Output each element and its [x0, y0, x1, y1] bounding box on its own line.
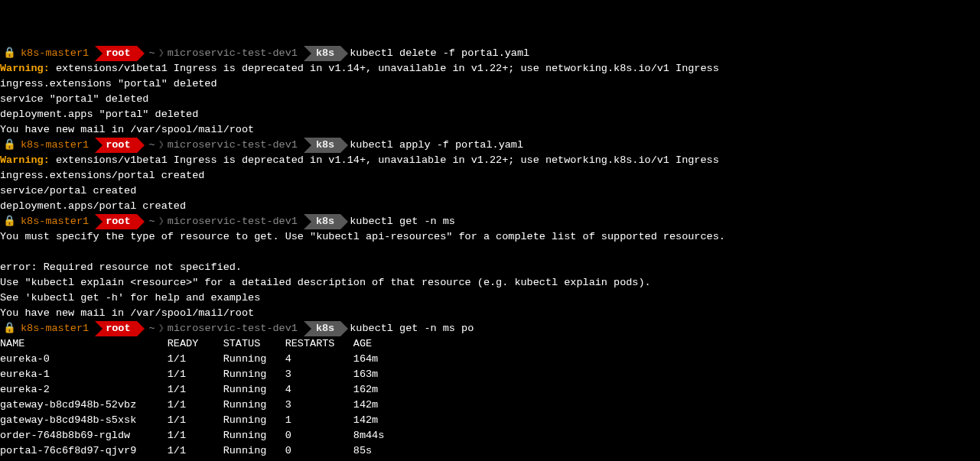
prompt-path: microservic-test-dev1	[168, 46, 298, 61]
table-row: portal-76c6f8d97-qjvr9 1/1 Running 0 85s	[0, 443, 980, 459]
output-line: deployment.apps/portal created	[0, 199, 980, 214]
output-line: service "portal" deleted	[0, 92, 980, 107]
prompt-user: root	[106, 214, 130, 229]
output-line: ingress.extensions "portal" deleted	[0, 76, 980, 92]
command-input[interactable]: kubectl get -n ms	[348, 216, 455, 227]
prompt-user: root	[106, 138, 130, 153]
prompt-subdir: k8s	[316, 46, 334, 61]
prompt-home: ~	[149, 46, 155, 61]
table-row: gateway-b8cd948b-52vbz 1/1 Running 3 142…	[0, 398, 980, 413]
output-line: Use "kubectl explain <resource>" for a d…	[0, 275, 980, 291]
prompt-host: k8s-master1	[21, 214, 89, 229]
output-line: You have new mail in /var/spool/mail/roo…	[0, 306, 980, 321]
prompt-home: ~	[149, 321, 155, 336]
prompt-path: microservic-test-dev1	[168, 214, 298, 229]
output-line: You have new mail in /var/spool/mail/roo…	[0, 122, 980, 138]
output-line: ingress.extensions/portal created	[0, 168, 980, 183]
output-line: error: Required resource not specified.	[0, 260, 980, 275]
command-input[interactable]: kubectl apply -f portal.yaml	[348, 139, 523, 151]
warning-label: Warning:	[0, 63, 50, 74]
lock-icon: 🔒	[3, 138, 16, 153]
lock-icon: 🔒	[3, 46, 16, 61]
table-row: order-7648b8b69-rgldw 1/1 Running 0 8m44…	[0, 428, 980, 443]
shell-prompt: 🔒k8s-master1root~❯microservic-test-dev1k…	[0, 138, 348, 153]
prompt-host: k8s-master1	[21, 138, 89, 153]
output-line: See 'kubectl get -h' for help and exampl…	[0, 291, 980, 306]
warning-text: extensions/v1beta1 Ingress is deprecated…	[50, 63, 719, 74]
lock-icon: 🔒	[3, 214, 16, 229]
table-row: eureka-1 1/1 Running 3 163m	[0, 367, 980, 382]
shell-prompt: 🔒k8s-master1root~❯microservic-test-dev1k…	[0, 46, 348, 61]
table-row: eureka-0 1/1 Running 4 164m	[0, 352, 980, 367]
prompt-host: k8s-master1	[21, 46, 89, 61]
prompt-home: ~	[149, 214, 155, 229]
warning-label: Warning:	[0, 154, 50, 166]
command-input[interactable]: kubectl get -n ms po	[348, 323, 474, 334]
prompt-host: k8s-master1	[21, 321, 89, 336]
prompt-user: root	[106, 321, 130, 336]
output-line: deployment.apps "portal" deleted	[0, 107, 980, 122]
warning-text: extensions/v1beta1 Ingress is deprecated…	[50, 154, 719, 166]
prompt-user: root	[106, 46, 130, 61]
output-line: You must specify the type of resource to…	[0, 229, 980, 245]
lock-icon: 🔒	[3, 321, 16, 336]
table-header: NAME READY STATUS RESTARTS AGE	[0, 336, 980, 352]
prompt-subdir: k8s	[316, 138, 334, 153]
command-input[interactable]: kubectl delete -f portal.yaml	[348, 47, 529, 59]
output-line: service/portal created	[0, 183, 980, 199]
table-row: gateway-b8cd948b-s5xsk 1/1 Running 1 142…	[0, 413, 980, 428]
prompt-subdir: k8s	[316, 321, 334, 336]
prompt-subdir: k8s	[316, 214, 334, 229]
prompt-home: ~	[149, 138, 155, 153]
prompt-path: microservic-test-dev1	[168, 138, 298, 153]
shell-prompt: 🔒k8s-master1root~❯microservic-test-dev1k…	[0, 321, 348, 336]
table-row: eureka-2 1/1 Running 4 162m	[0, 382, 980, 398]
prompt-path: microservic-test-dev1	[168, 321, 298, 336]
output-line	[0, 245, 980, 260]
shell-prompt: 🔒k8s-master1root~❯microservic-test-dev1k…	[0, 214, 348, 229]
